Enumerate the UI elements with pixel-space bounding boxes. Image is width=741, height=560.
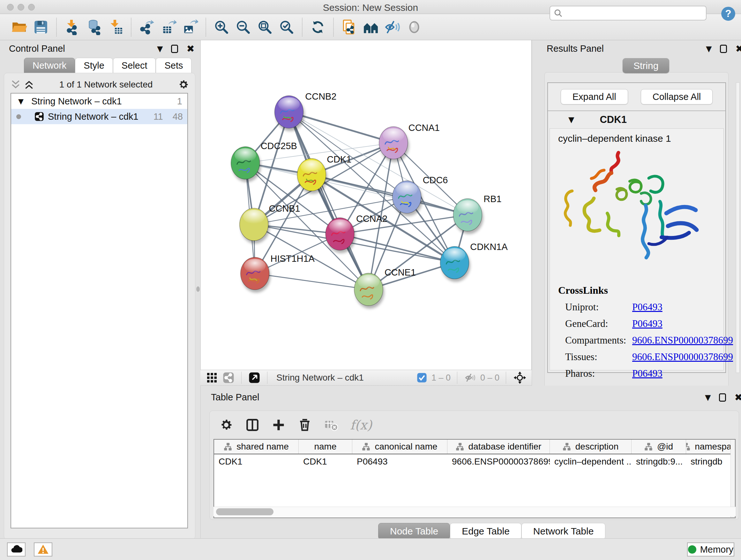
graph-node-RB1[interactable] [453, 199, 483, 234]
graph-node-CDKN1A[interactable] [441, 246, 470, 282]
graph-node-CDK1[interactable] [297, 159, 327, 194]
graph-node-CCNE1[interactable] [354, 273, 384, 309]
table-options-gear-icon[interactable] [219, 418, 233, 432]
crosslink-pharos[interactable]: P06493 [632, 368, 663, 379]
column-header-canonical-name[interactable]: canonical name [352, 440, 448, 454]
tab-sets[interactable]: Sets [156, 58, 192, 73]
zoom-in-button[interactable] [212, 18, 231, 37]
network-row[interactable]: String Network – cdk1 11 48 [11, 109, 187, 124]
table-cell[interactable]: 9606.ENSP00000378699 [448, 454, 550, 469]
show-graphics-details-button[interactable] [405, 18, 423, 37]
zoom-fit-button[interactable] [256, 18, 274, 37]
pan-mode-icon[interactable] [513, 371, 527, 384]
network-options-gear-icon[interactable] [178, 79, 189, 90]
results-scrollbar[interactable] [736, 82, 740, 373]
close-panel-icon[interactable]: ✖ [186, 44, 194, 54]
cloud-status-button[interactable] [7, 543, 25, 557]
column-header--id[interactable]: @id [631, 440, 686, 454]
panel-menu-icon[interactable]: ▼ [706, 44, 712, 53]
import-network-from-database-button[interactable] [84, 18, 103, 37]
help-button[interactable]: ? [719, 4, 738, 23]
graph-node-CCNA2[interactable] [326, 218, 355, 253]
table-row[interactable]: CDK1CDK1P064939606.ENSP00000378699cyclin… [214, 454, 735, 469]
column-header-database-identifier[interactable]: database identifier [448, 440, 550, 454]
zoom-out-button[interactable] [234, 18, 253, 37]
float-panel-icon[interactable] [720, 45, 727, 53]
network-collection-row[interactable]: ▼ String Network – cdk1 1 [11, 94, 187, 109]
crosslink-uniprot[interactable]: P06493 [632, 301, 663, 313]
import-network-button[interactable] [63, 18, 81, 37]
collection-expand-icon[interactable]: ▼ [18, 98, 23, 105]
zoom-selected-button[interactable] [277, 18, 296, 37]
left-splitter-handle[interactable] [196, 287, 200, 292]
warnings-button[interactable] [34, 543, 52, 557]
network-view-icon[interactable] [223, 372, 234, 383]
float-panel-icon[interactable] [719, 393, 726, 401]
graph-node-HIST1H1A[interactable] [241, 257, 271, 293]
tab-style[interactable]: Style [75, 58, 113, 73]
save-session-button[interactable] [31, 18, 50, 37]
column-header-name[interactable]: name [299, 440, 352, 454]
table-body[interactable]: CDK1CDK1P064939606.ENSP00000378699cyclin… [214, 454, 735, 469]
crosslink-tissues[interactable]: 9606.ENSP00000378699 [632, 351, 733, 363]
collapse-all-button[interactable]: Collapse All [641, 89, 713, 105]
table-cell[interactable]: cyclin–dependent ... [550, 454, 631, 469]
expand-all-button[interactable]: Expand All [561, 89, 628, 105]
close-panel-icon[interactable]: ✖ [735, 44, 741, 54]
search-field[interactable] [549, 6, 706, 20]
tab-select[interactable]: Select [113, 58, 156, 73]
crosslinks-section: CrossLinks Uniprot:P06493 GeneCard:P0649… [558, 285, 733, 382]
tab-network[interactable]: Network [24, 58, 75, 73]
network-canvas[interactable]: CCNB2CCNA1CDC25BCDK1CDC6RB1CCNB1CCNA2CDK… [200, 40, 532, 370]
export-network-button[interactable] [138, 18, 156, 37]
table-cell[interactable]: CDK1 [299, 454, 352, 469]
tab-node-table[interactable]: Node Table [378, 523, 450, 540]
scrollbar-thumb[interactable] [216, 508, 273, 515]
export-image-button[interactable] [181, 18, 199, 37]
duplicate-network-button[interactable] [340, 18, 358, 37]
detach-view-icon[interactable] [249, 372, 260, 383]
tab-string[interactable]: String [623, 58, 669, 73]
overview-button[interactable] [361, 18, 380, 37]
crosslink-compartments[interactable]: 9606.ENSP00000378699 [632, 334, 733, 346]
delete-column-icon[interactable] [298, 418, 312, 432]
float-panel-icon[interactable] [171, 45, 178, 53]
hidden-eye-icon[interactable] [464, 372, 476, 383]
grid-view-icon[interactable] [206, 372, 218, 383]
tab-edge-table[interactable]: Edge Table [450, 523, 522, 540]
table-cell[interactable]: P06493 [352, 454, 448, 469]
column-header-shared-name[interactable]: shared name [214, 440, 299, 454]
table-header-row[interactable]: shared namenamecanonical namedatabase id… [214, 440, 735, 454]
expand-all-icon[interactable] [24, 79, 34, 90]
graph-node-CDC25B[interactable] [231, 146, 261, 182]
close-panel-icon[interactable]: ✖ [734, 393, 741, 402]
section-collapse-icon[interactable]: ▼ [568, 115, 574, 124]
hide-graphics-details-button[interactable] [383, 18, 402, 37]
refresh-view-button[interactable] [309, 18, 327, 37]
export-table-button[interactable] [159, 18, 178, 37]
graph-node-CCNA1[interactable] [379, 126, 409, 162]
table-cell[interactable]: CDK1 [214, 454, 299, 469]
create-column-icon[interactable] [272, 418, 286, 432]
collection-label: String Network – cdk1 [31, 96, 122, 107]
search-input[interactable] [563, 8, 700, 18]
crosslink-genecard[interactable]: P06493 [632, 318, 663, 329]
column-header-namespace[interactable]: namespace [686, 440, 736, 454]
panel-menu-icon[interactable]: ▼ [705, 393, 711, 402]
table-horizontal-scrollbar[interactable] [213, 507, 736, 516]
panel-menu-icon[interactable]: ▼ [157, 44, 163, 53]
open-session-button[interactable] [10, 18, 28, 37]
import-table-button[interactable] [106, 18, 125, 37]
tab-network-table[interactable]: Network Table [522, 523, 606, 540]
column-header-description[interactable]: description [550, 440, 631, 454]
graph-node-CCNB2[interactable] [275, 96, 305, 131]
protein-section-header[interactable]: ▼ CDK1 [548, 112, 725, 128]
node-table[interactable]: shared namenamecanonical namedatabase id… [213, 439, 736, 518]
show-columns-icon[interactable] [246, 418, 259, 432]
memory-button[interactable]: Memory [687, 543, 734, 557]
table-cell[interactable]: stringdb:9... [631, 454, 686, 469]
string-network-graph[interactable]: CCNB2CCNA1CDC25BCDK1CDC6RB1CCNB1CCNA2CDK… [201, 40, 531, 370]
table-cell[interactable]: stringdb [686, 454, 736, 469]
collapse-all-icon[interactable] [10, 79, 21, 90]
selected-checkbox-icon[interactable] [417, 373, 427, 383]
